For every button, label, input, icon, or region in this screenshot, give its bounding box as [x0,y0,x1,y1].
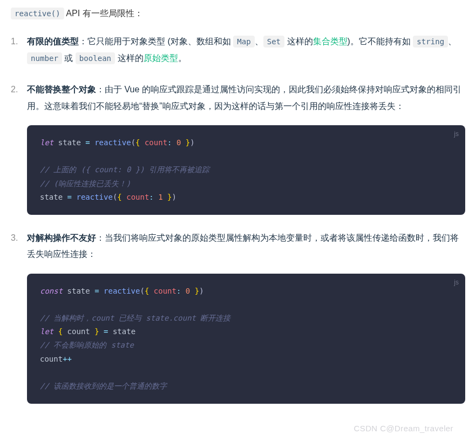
inline-code: string [413,36,448,47]
item-paragraph: 对解构操作不友好：当我们将响应式对象的原始类型属性解构为本地变量时，或者将该属性… [27,230,465,263]
doc-link[interactable]: 原始类型 [144,53,178,63]
code-lang-label: js [454,277,459,289]
item-title: 有限的值类型 [27,37,79,46]
item-title: 对解构操作不友好 [27,233,96,242]
list-item: 有限的值类型：它只能用于对象类型 (对象、数组和如 Map、Set 这样的集合类… [11,33,465,66]
intro-code-inline: reactive() [11,8,64,19]
item-paragraph: 有限的值类型：它只能用于对象类型 (对象、数组和如 Map、Set 这样的集合类… [27,33,465,66]
item-title: 不能替换整个对象 [27,85,96,94]
limitations-list: 有限的值类型：它只能用于对象类型 (对象、数组和如 Map、Set 这样的集合类… [11,33,465,404]
inline-code: Set [263,36,284,47]
code-lang-label: js [454,128,459,140]
list-item: 不能替换整个对象：由于 Vue 的响应式跟踪是通过属性访问实现的，因此我们必须始… [11,82,465,215]
intro-paragraph: reactive() API 有一些局限性： [11,5,465,22]
item-body: ：它只能用于对象类型 (对象、数组和如 Map、Set 这样的集合类型)。它不能… [27,37,457,62]
code-block: jslet state = reactive({ count: 0 }) // … [27,125,465,215]
list-item: 对解构操作不友好：当我们将响应式对象的原始类型属性解构为本地变量时，或者将该属性… [11,230,465,404]
watermark: CSDN C@Dream_traveler [354,421,454,437]
code-block: jsconst state = reactive({ count: 0 }) /… [27,274,465,404]
inline-code: boolean [76,52,115,64]
doc-link[interactable]: 集合类型 [313,37,348,46]
inline-code: Map [233,36,254,47]
inline-code: number [27,52,62,64]
intro-text: API 有一些局限性： [64,9,143,18]
item-paragraph: 不能替换整个对象：由于 Vue 的响应式跟踪是通过属性访问实现的，因此我们必须始… [27,82,465,114]
